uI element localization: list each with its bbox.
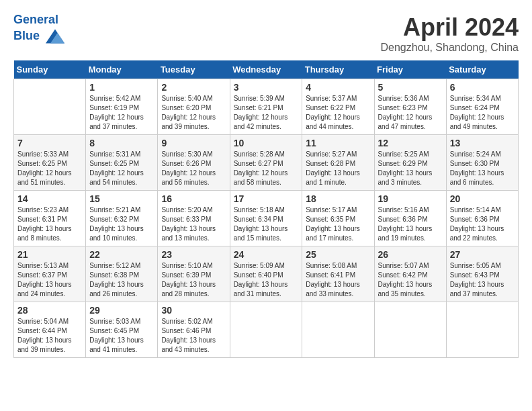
calendar-cell: 10Sunrise: 5:28 AM Sunset: 6:27 PM Dayli… [230, 135, 302, 191]
day-detail: Sunrise: 5:25 AM Sunset: 6:29 PM Dayligh… [378, 150, 443, 187]
calendar-week-row: 14Sunrise: 5:23 AM Sunset: 6:31 PM Dayli… [14, 191, 519, 246]
calendar-cell: 27Sunrise: 5:05 AM Sunset: 6:43 PM Dayli… [446, 246, 518, 302]
day-detail: Sunrise: 5:20 AM Sunset: 6:33 PM Dayligh… [161, 205, 226, 243]
day-detail: Sunrise: 5:18 AM Sunset: 6:34 PM Dayligh… [234, 205, 299, 243]
day-detail: Sunrise: 5:23 AM Sunset: 6:31 PM Dayligh… [17, 205, 82, 243]
calendar-week-row: 21Sunrise: 5:13 AM Sunset: 6:37 PM Dayli… [14, 246, 519, 302]
day-number: 1 [89, 82, 154, 93]
day-detail: Sunrise: 5:34 AM Sunset: 6:24 PM Dayligh… [450, 94, 515, 132]
day-detail: Sunrise: 5:12 AM Sunset: 6:38 PM Dayligh… [89, 261, 154, 299]
title-block: April 2024 Dengzhou, Shandong, China [381, 13, 519, 54]
day-detail: Sunrise: 5:39 AM Sunset: 6:21 PM Dayligh… [234, 94, 299, 132]
weekday-header: Monday [86, 60, 158, 79]
calendar-cell: 15Sunrise: 5:21 AM Sunset: 6:32 PM Dayli… [86, 191, 158, 246]
weekday-header: Thursday [302, 60, 374, 79]
day-number: 10 [234, 138, 299, 148]
day-number: 21 [17, 249, 82, 260]
calendar-cell: 6Sunrise: 5:34 AM Sunset: 6:24 PM Daylig… [446, 79, 518, 135]
day-number: 24 [234, 249, 299, 260]
day-number: 9 [161, 138, 226, 148]
day-number: 27 [450, 249, 515, 260]
day-detail: Sunrise: 5:31 AM Sunset: 6:25 PM Dayligh… [89, 150, 154, 187]
weekday-header: Sunday [14, 60, 86, 79]
calendar-cell: 21Sunrise: 5:13 AM Sunset: 6:37 PM Dayli… [14, 246, 86, 302]
calendar-week-row: 28Sunrise: 5:04 AM Sunset: 6:44 PM Dayli… [14, 302, 519, 358]
month-title: April 2024 [381, 13, 519, 42]
calendar-cell: 30Sunrise: 5:02 AM Sunset: 6:46 PM Dayli… [158, 302, 230, 358]
day-detail: Sunrise: 5:42 AM Sunset: 6:19 PM Dayligh… [89, 94, 154, 132]
day-number: 20 [450, 193, 515, 204]
day-number: 25 [306, 249, 370, 260]
day-detail: Sunrise: 5:17 AM Sunset: 6:35 PM Dayligh… [306, 205, 370, 243]
day-number: 4 [306, 82, 370, 93]
day-number: 19 [378, 193, 443, 204]
calendar-cell: 18Sunrise: 5:17 AM Sunset: 6:35 PM Dayli… [302, 191, 374, 246]
calendar-cell: 19Sunrise: 5:16 AM Sunset: 6:36 PM Dayli… [374, 191, 446, 246]
day-number: 13 [450, 138, 515, 148]
calendar-cell: 23Sunrise: 5:10 AM Sunset: 6:39 PM Dayli… [158, 246, 230, 302]
day-detail: Sunrise: 5:27 AM Sunset: 6:28 PM Dayligh… [306, 150, 370, 187]
weekday-header: Tuesday [158, 60, 230, 79]
weekday-header: Wednesday [230, 60, 302, 79]
calendar-cell: 29Sunrise: 5:03 AM Sunset: 6:45 PM Dayli… [86, 302, 158, 358]
day-detail: Sunrise: 5:30 AM Sunset: 6:26 PM Dayligh… [161, 150, 226, 187]
calendar-cell [302, 302, 374, 358]
day-number: 5 [378, 82, 443, 93]
calendar-cell: 16Sunrise: 5:20 AM Sunset: 6:33 PM Dayli… [158, 191, 230, 246]
logo-text2: Blue [13, 27, 64, 46]
day-number: 28 [17, 305, 82, 316]
day-detail: Sunrise: 5:33 AM Sunset: 6:25 PM Dayligh… [17, 150, 82, 187]
day-number: 6 [450, 82, 515, 93]
day-number: 18 [306, 193, 370, 204]
logo-text: General [13, 13, 64, 27]
calendar-cell: 4Sunrise: 5:37 AM Sunset: 6:22 PM Daylig… [302, 79, 374, 135]
calendar-cell: 17Sunrise: 5:18 AM Sunset: 6:34 PM Dayli… [230, 191, 302, 246]
day-detail: Sunrise: 5:24 AM Sunset: 6:30 PM Dayligh… [450, 150, 515, 187]
weekday-header: Friday [374, 60, 446, 79]
calendar-cell: 3Sunrise: 5:39 AM Sunset: 6:21 PM Daylig… [230, 79, 302, 135]
day-number: 8 [89, 138, 154, 148]
calendar-week-row: 7Sunrise: 5:33 AM Sunset: 6:25 PM Daylig… [14, 135, 519, 191]
day-number: 16 [161, 193, 226, 204]
day-detail: Sunrise: 5:08 AM Sunset: 6:41 PM Dayligh… [306, 261, 370, 299]
calendar-cell [446, 302, 518, 358]
calendar-cell: 28Sunrise: 5:04 AM Sunset: 6:44 PM Dayli… [14, 302, 86, 358]
calendar-table: SundayMondayTuesdayWednesdayThursdayFrid… [13, 60, 519, 358]
calendar-cell: 8Sunrise: 5:31 AM Sunset: 6:25 PM Daylig… [86, 135, 158, 191]
calendar-cell: 1Sunrise: 5:42 AM Sunset: 6:19 PM Daylig… [86, 79, 158, 135]
day-number: 12 [378, 138, 443, 148]
calendar-cell: 12Sunrise: 5:25 AM Sunset: 6:29 PM Dayli… [374, 135, 446, 191]
day-number: 26 [378, 249, 443, 260]
calendar-cell: 26Sunrise: 5:07 AM Sunset: 6:42 PM Dayli… [374, 246, 446, 302]
day-detail: Sunrise: 5:04 AM Sunset: 6:44 PM Dayligh… [17, 317, 82, 355]
calendar-cell: 14Sunrise: 5:23 AM Sunset: 6:31 PM Dayli… [14, 191, 86, 246]
day-detail: Sunrise: 5:05 AM Sunset: 6:43 PM Dayligh… [450, 261, 515, 299]
day-detail: Sunrise: 5:03 AM Sunset: 6:45 PM Dayligh… [89, 317, 154, 355]
calendar-week-row: 1Sunrise: 5:42 AM Sunset: 6:19 PM Daylig… [14, 79, 519, 135]
day-number: 7 [17, 138, 82, 148]
calendar-cell: 13Sunrise: 5:24 AM Sunset: 6:30 PM Dayli… [446, 135, 518, 191]
day-detail: Sunrise: 5:16 AM Sunset: 6:36 PM Dayligh… [378, 205, 443, 243]
calendar-cell: 9Sunrise: 5:30 AM Sunset: 6:26 PM Daylig… [158, 135, 230, 191]
day-detail: Sunrise: 5:21 AM Sunset: 6:32 PM Dayligh… [89, 205, 154, 243]
day-detail: Sunrise: 5:13 AM Sunset: 6:37 PM Dayligh… [17, 261, 82, 299]
day-detail: Sunrise: 5:07 AM Sunset: 6:42 PM Dayligh… [378, 261, 443, 299]
calendar-cell: 7Sunrise: 5:33 AM Sunset: 6:25 PM Daylig… [14, 135, 86, 191]
calendar-cell [374, 302, 446, 358]
calendar-cell: 20Sunrise: 5:14 AM Sunset: 6:36 PM Dayli… [446, 191, 518, 246]
day-detail: Sunrise: 5:10 AM Sunset: 6:39 PM Dayligh… [161, 261, 226, 299]
calendar-cell: 24Sunrise: 5:09 AM Sunset: 6:40 PM Dayli… [230, 246, 302, 302]
calendar-cell: 11Sunrise: 5:27 AM Sunset: 6:28 PM Dayli… [302, 135, 374, 191]
day-detail: Sunrise: 5:40 AM Sunset: 6:20 PM Dayligh… [161, 94, 226, 132]
day-detail: Sunrise: 5:09 AM Sunset: 6:40 PM Dayligh… [234, 261, 299, 299]
day-number: 14 [17, 193, 82, 204]
day-detail: Sunrise: 5:37 AM Sunset: 6:22 PM Dayligh… [306, 94, 370, 132]
calendar-cell: 22Sunrise: 5:12 AM Sunset: 6:38 PM Dayli… [86, 246, 158, 302]
day-number: 11 [306, 138, 370, 148]
day-detail: Sunrise: 5:36 AM Sunset: 6:23 PM Dayligh… [378, 94, 443, 132]
day-detail: Sunrise: 5:02 AM Sunset: 6:46 PM Dayligh… [161, 317, 226, 355]
calendar-cell: 2Sunrise: 5:40 AM Sunset: 6:20 PM Daylig… [158, 79, 230, 135]
day-number: 29 [89, 305, 154, 316]
day-detail: Sunrise: 5:28 AM Sunset: 6:27 PM Dayligh… [234, 150, 299, 187]
day-number: 17 [234, 193, 299, 204]
